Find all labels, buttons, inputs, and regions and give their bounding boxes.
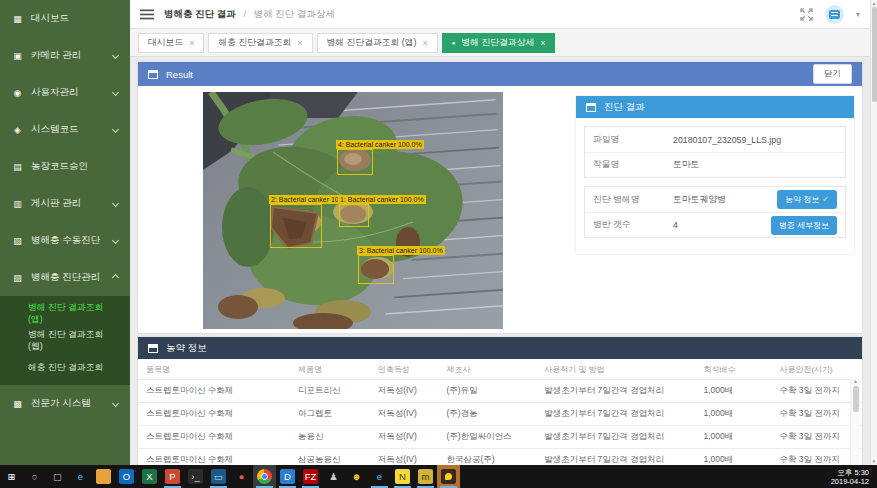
notes-icon: N [395, 469, 410, 484]
submenu-item-disease-result-web[interactable]: 병해 진단 결과조회 (웹) [0, 327, 130, 354]
diagnosis-card-title: 진단 결과 [604, 101, 645, 114]
table-cell: 스트렙토마이신 수화제 [138, 403, 290, 426]
sidebar-item-manual-diagnosis[interactable]: ▧ 병해충 수동진단 [0, 222, 130, 259]
tab-close-icon[interactable]: × [422, 38, 427, 48]
ie-icon[interactable]: e [69, 465, 92, 488]
powerpoint-icon[interactable]: P [161, 465, 184, 488]
cmd-icon: ›_ [188, 469, 203, 484]
sidebar-item-dashboard[interactable]: ▦ 대시보드 [0, 0, 130, 37]
table-cell: 1,000배 [695, 426, 771, 449]
detection-box[interactable]: 2: Bacterial canker 100.0% [270, 204, 322, 248]
task-view-icon[interactable]: ▢ [46, 465, 69, 488]
sidebar-item-label: 병해충 진단관리 [31, 271, 100, 284]
search-icon[interactable]: ○ [23, 465, 46, 488]
main-area: 병해충 진단 결과 / 병해 진단 결과상세 ▾ 대시보드 × [130, 0, 870, 465]
chrome-icon [257, 469, 272, 484]
chat-bubble-icon [829, 10, 840, 19]
excel-icon[interactable]: X [138, 465, 161, 488]
tab-disease-results-app[interactable]: 병해 진단결과조회 (앱) × [317, 33, 438, 53]
sidebar: ▦ 대시보드 ▣ 카메라 관리 ◉ 사용자관리 ◈ 시스템코드 ▤ 농장코드승인… [0, 0, 130, 465]
chevron-up-icon [112, 274, 119, 281]
detection-box[interactable]: 3: Bacterial canker 100.0% [358, 255, 394, 284]
outlook-icon[interactable]: O [115, 465, 138, 488]
button-label: 병증 세부정보 [779, 220, 829, 231]
close-button[interactable]: 닫기 [813, 64, 852, 84]
table-row[interactable]: 스트렙토마이신 수화제아그렙토저독성(IV)(주)경농발생초기부터 7일간격 경… [138, 403, 862, 426]
hwp-icon[interactable]: m [414, 465, 437, 488]
scrollbar-thumb[interactable] [872, 7, 877, 102]
scroll-down-icon[interactable]: ▼ [872, 458, 876, 465]
sidebar-item-farm-code[interactable]: ▤ 농장코드승인 [0, 148, 130, 185]
tab-close-icon[interactable]: × [540, 38, 545, 48]
pesticide-table: 품목명 제품명 인축독성 제조사 사용적기 및 방법 희석배수 사용안전(시기)… [138, 359, 862, 465]
code-icon: ◈ [12, 125, 23, 135]
sidebar-item-expert-system[interactable]: ▩ 전문가 시스템 [0, 385, 130, 422]
table-scrollbar[interactable]: ▲ [850, 378, 860, 465]
hwp-icon: m [418, 469, 433, 484]
board-icon: ▥ [12, 199, 23, 209]
button-label: 농약 정보 [785, 194, 819, 205]
pesticide-panel: 농약 정보 품목명 제품명 인축독성 제조사 사용적기 및 방법 [138, 337, 862, 465]
clock-time: 오후 5:30 [837, 468, 869, 477]
chevron-down-icon [112, 237, 119, 244]
breadcrumb-separator: / [243, 8, 246, 19]
explorer-folder-icon[interactable] [92, 465, 115, 488]
kakaotalk-icon[interactable] [437, 465, 460, 488]
tab-bar: 대시보드 × 해충 진단결과조회 × 병해 진단결과조회 (앱) × ● 병해 … [130, 29, 870, 57]
sidebar-item-board[interactable]: ▥ 게시판 관리 [0, 185, 130, 222]
start-icon[interactable]: ⊞ [0, 465, 23, 488]
notes-icon[interactable]: N [391, 465, 414, 488]
table-cell: 아그렙토 [290, 403, 370, 426]
docs-icon: D [280, 469, 295, 484]
filezilla-icon: FZ [303, 469, 318, 484]
computer-icon[interactable]: ▭ [207, 465, 230, 488]
table-row[interactable]: 스트렙토마이신 수화제디포트리신저독성(IV)(주)유일발생초기부터 7일간격 … [138, 380, 862, 403]
taskbar-clock[interactable]: 오후 5:30 2019-04-12 [831, 465, 877, 488]
table-cell: 저독성(IV) [370, 426, 439, 449]
owl-icon[interactable]: ☻ [345, 465, 368, 488]
column-header: 희석배수 [695, 359, 771, 380]
table-cell: 저독성(IV) [370, 449, 439, 466]
filezilla-icon[interactable]: FZ [299, 465, 322, 488]
symptom-detail-button[interactable]: 병증 세부정보 [771, 216, 837, 235]
result-panel-title: Result [166, 69, 193, 80]
hamburger-icon[interactable] [140, 9, 154, 20]
chrome-icon[interactable] [253, 465, 276, 488]
tab-close-icon[interactable]: × [297, 38, 302, 48]
tab-disease-result-detail[interactable]: ● 병해 진단결과상세 × [442, 33, 556, 53]
detection-box[interactable]: 1: Bacterial canker 100.0% [339, 204, 369, 227]
ie2-icon[interactable]: e [368, 465, 391, 488]
tab-label: 병해 진단결과조회 (앱) [327, 37, 417, 49]
sidebar-item-system-code[interactable]: ◈ 시스템코드 [0, 111, 130, 148]
table-row[interactable]: 스트렙토마이신 수화제삼공농용신저독성(IV)한국삼공(주)발생초기부터 7일간… [138, 449, 862, 466]
table-cell: 1,000배 [695, 380, 771, 403]
page-scrollbar[interactable]: ▲ ▼ [870, 0, 877, 465]
table-cell: 발생초기부터 7일간격 경엽처리 [536, 449, 695, 466]
table-cell: 한국삼공(주) [438, 449, 536, 466]
table-row[interactable]: 스트렙토마이신 수화제농용신저독성(IV)(주)한얼싸이언스발생초기부터 7일간… [138, 426, 862, 449]
cmd-icon[interactable]: ›_ [184, 465, 207, 488]
sidebar-item-users[interactable]: ◉ 사용자관리 [0, 74, 130, 111]
fullscreen-icon[interactable] [800, 8, 813, 21]
paint-icon[interactable]: ● [230, 465, 253, 488]
remote-icon[interactable]: ♟ [322, 465, 345, 488]
tab-close-icon[interactable]: × [189, 38, 194, 48]
submenu-item-pest-result[interactable]: 해충 진단 결과조회 [0, 354, 130, 381]
submenu-item-disease-result-app[interactable]: 병해 진단 결과조회 (앱) [0, 300, 130, 327]
diagnosis-card-body: 파일명 20180107_232059_LLS.jpg 작물명 토마토 [576, 118, 854, 254]
sidebar-item-camera[interactable]: ▣ 카메라 관리 [0, 37, 130, 74]
scroll-up-icon[interactable]: ▲ [853, 378, 858, 384]
ie-icon: e [73, 469, 88, 484]
docs-icon[interactable]: D [276, 465, 299, 488]
table-cell: 1,000배 [695, 449, 771, 466]
sidebar-item-diagnosis-manage[interactable]: ▨ 병해충 진단관리 [0, 259, 130, 296]
scroll-up-icon[interactable]: ▲ [872, 0, 876, 7]
column-header: 품목명 [138, 359, 290, 380]
caret-down-icon[interactable]: ▾ [856, 10, 860, 19]
detection-box[interactable]: 4: Bacterial canker 100.0% [337, 149, 373, 175]
tab-dashboard[interactable]: 대시보드 × [138, 33, 204, 53]
pesticide-info-button[interactable]: 농약 정보 ✔ [777, 190, 837, 209]
notification-button[interactable] [825, 5, 844, 24]
tab-pest-results[interactable]: 해충 진단결과조회 × [208, 33, 312, 53]
scrollbar-thumb[interactable] [853, 386, 859, 412]
